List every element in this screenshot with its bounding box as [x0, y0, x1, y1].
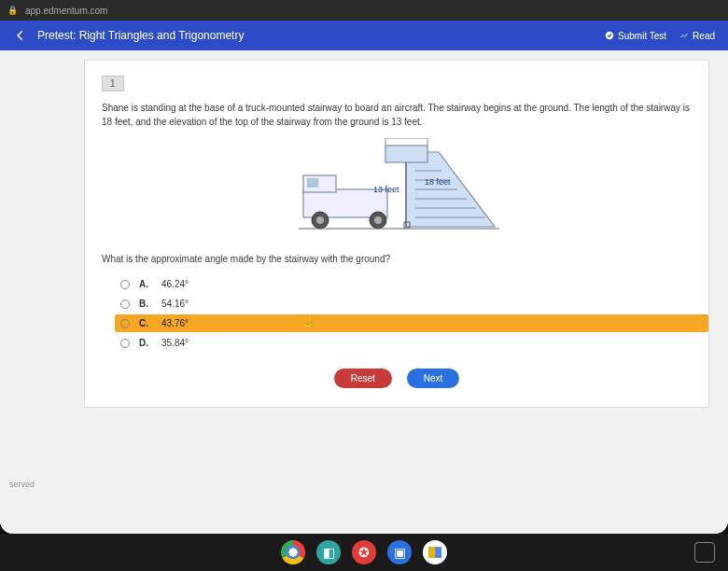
radio-icon	[120, 339, 130, 348]
svg-point-7	[374, 216, 382, 224]
chromeos-shelf: ◧ ✪ ▣	[0, 534, 728, 571]
page-title: Pretest: Right Triangles and Trigonometr…	[37, 29, 244, 42]
option-b[interactable]: B. 54.16°	[115, 295, 692, 313]
option-c[interactable]: C. 43.76° ☝	[115, 314, 708, 332]
question-text: Shane is standing at the base of a truck…	[102, 101, 692, 129]
option-value: 35.84°	[161, 338, 189, 348]
radio-icon	[120, 299, 130, 309]
shelf-tray-icon[interactable]	[694, 542, 715, 563]
option-letter: A.	[139, 279, 152, 289]
browser-address-bar: 🔒 app.edmentum.com	[0, 0, 728, 21]
reader-tools-label: Read	[693, 31, 715, 41]
chrome-icon[interactable]	[281, 540, 305, 564]
shelf-app-icon[interactable]: ▣	[387, 540, 412, 564]
option-value: 54.16°	[161, 299, 189, 309]
reader-tools-button[interactable]: Read	[679, 31, 715, 41]
svg-rect-16	[385, 146, 427, 162]
back-arrow-icon[interactable]	[13, 28, 28, 43]
next-button[interactable]: Next	[407, 369, 460, 388]
shelf-app-icon[interactable]: ◧	[316, 540, 341, 564]
shelf-app-icon[interactable]: ✪	[352, 540, 376, 564]
svg-point-5	[316, 216, 324, 224]
question-prompt: What is the approximate angle made by th…	[102, 254, 692, 264]
height-label: 13 feet	[373, 185, 399, 194]
lock-icon: 🔒	[7, 6, 18, 15]
option-a[interactable]: A. 46.24°	[115, 275, 692, 293]
radio-icon	[120, 280, 130, 289]
option-value: 46.24°	[161, 279, 189, 289]
hypotenuse-label: 18 feet	[425, 177, 451, 187]
google-drive-icon[interactable]	[423, 540, 447, 564]
question-card: 1 Shane is standing at the base of a tru…	[84, 60, 709, 408]
answer-options: A. 46.24° B. 54.16° C. 43.76° ☝ D.	[115, 275, 692, 352]
option-value: 43.76°	[161, 318, 189, 328]
option-d[interactable]: D. 35.84°	[115, 334, 692, 352]
app-header: Pretest: Right Triangles and Trigonometr…	[0, 21, 728, 50]
copyright-footnote: served	[9, 480, 35, 489]
question-number: 1	[102, 76, 124, 91]
pointer-cursor-icon: ☝	[301, 315, 315, 328]
reset-button[interactable]: Reset	[334, 369, 392, 388]
submit-test-button[interactable]: Submit Test	[605, 31, 666, 41]
truck-stairway-figure: 13 feet 18 feet	[285, 138, 509, 241]
submit-test-label: Submit Test	[618, 31, 666, 41]
url-text: app.edmentum.com	[25, 6, 107, 16]
radio-icon	[120, 319, 130, 328]
option-letter: B.	[139, 299, 152, 309]
option-letter: C.	[139, 318, 152, 328]
option-letter: D.	[139, 338, 152, 348]
svg-rect-3	[307, 178, 318, 188]
